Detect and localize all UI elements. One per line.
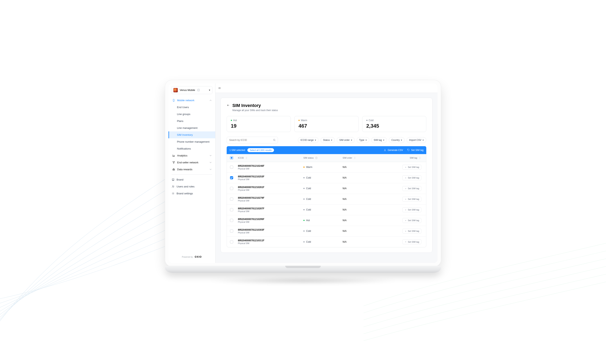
- laptop-shadow: [206, 277, 400, 284]
- collapse-sidebar-button[interactable]: [218, 87, 221, 90]
- nav-section-end-seller[interactable]: End-seller network: [168, 159, 215, 166]
- filter-type[interactable]: Type▾: [357, 137, 369, 143]
- status-dot-icon: [303, 209, 305, 210]
- row-checkbox[interactable]: [230, 197, 233, 201]
- filter-sim-tag[interactable]: SIM tag▾: [371, 137, 387, 143]
- sidebar-item-line-management[interactable]: Line management: [168, 125, 215, 131]
- sim-order: N/A: [341, 206, 380, 213]
- footer-item-brand-settings[interactable]: Brand settings: [168, 190, 215, 197]
- sim-order: N/A: [341, 228, 380, 234]
- filter-import-csv[interactable]: Import CSV▾: [407, 137, 426, 143]
- footer-item-brand[interactable]: Brand: [168, 176, 215, 183]
- row-checkbox[interactable]: [230, 166, 233, 169]
- svg-point-9: [173, 193, 174, 194]
- plus-icon: ＋: [405, 187, 407, 190]
- chevron-down-icon: ▾: [423, 139, 424, 142]
- brand-switcher[interactable]: Venus Mobile ▾: [171, 86, 212, 94]
- row-checkbox[interactable]: [230, 229, 233, 233]
- sim-type: Physical SIM: [238, 200, 300, 202]
- stat-value: 19: [231, 123, 287, 129]
- status-text: Cold: [306, 198, 311, 200]
- svg-point-8: [173, 186, 174, 186]
- status-text: Cold: [306, 230, 311, 233]
- nav-section-mobile-network[interactable]: Mobile network: [168, 97, 215, 104]
- footer-item-users-and-roles[interactable]: Users and roles: [168, 183, 215, 190]
- back-button[interactable]: [227, 104, 230, 107]
- svg-point-19: [316, 157, 316, 157]
- set-sim-tag-button[interactable]: ＋Set SIM tag: [402, 229, 421, 234]
- iccid-value: 8952040000781210279F: [238, 196, 300, 199]
- chevron-down-icon: ▾: [331, 139, 332, 142]
- status-dot-icon: [303, 198, 305, 200]
- open-icon: [197, 89, 200, 91]
- powered-by-brand: OXIO: [195, 256, 202, 258]
- stat-hot: Hot19: [227, 116, 291, 132]
- set-sim-tag-button[interactable]: ＋Set SIM tag: [402, 218, 421, 223]
- sim-order: N/A: [341, 164, 380, 170]
- sidebar-item-plans[interactable]: Plans: [168, 117, 215, 125]
- status-text: Hot: [306, 219, 310, 222]
- row-checkbox[interactable]: [230, 208, 233, 211]
- chevron-down-icon: ▾: [315, 139, 316, 142]
- sidebar: Venus Mobile ▾ Mobile network End UsersL…: [168, 83, 215, 263]
- chevron-down-icon: ▾: [383, 139, 384, 142]
- sim-type: Physical SIM: [238, 242, 300, 245]
- set-sim-tag-button[interactable]: ＋Set SIM tag: [402, 186, 421, 191]
- sidebar-item-sim-inventory[interactable]: SIM Inventory: [168, 131, 215, 138]
- chevron-down-icon: ▾: [351, 139, 352, 142]
- iccid-value: 8952040000781210287F: [238, 207, 300, 210]
- chevron-down-icon: [209, 168, 212, 171]
- nav-section-label: Analytics: [177, 154, 187, 157]
- set-sim-tag-button[interactable]: ＋Set SIM tag: [402, 165, 421, 170]
- col-tag[interactable]: SIM tag: [410, 157, 417, 159]
- search-field[interactable]: [227, 137, 278, 143]
- iccid-value: 8952040000781210253F: [238, 175, 300, 178]
- row-checkbox[interactable]: [230, 240, 233, 244]
- select-all-checkbox[interactable]: [230, 156, 233, 159]
- filter-status[interactable]: Status▾: [321, 137, 335, 143]
- primary-nav: Mobile network End UsersLine groupsPlans…: [168, 96, 215, 199]
- store-icon: [172, 178, 175, 181]
- col-iccid[interactable]: ICCID: [238, 157, 244, 159]
- powered-by: Powered by OXIO: [168, 252, 215, 263]
- set-sim-tag-button[interactable]: ＋Set SIM tag: [402, 207, 421, 212]
- nav-section-label: Mobile network: [177, 99, 194, 102]
- sort-icon: [353, 156, 356, 159]
- sim-type: Physical SIM: [238, 178, 300, 181]
- sim-order: N/A: [341, 217, 380, 224]
- filter-sim-order[interactable]: SIM order▾: [337, 137, 355, 143]
- sidebar-item-line-groups[interactable]: Line groups: [168, 111, 215, 117]
- sidebar-item-end-users[interactable]: End Users: [168, 104, 215, 111]
- info-icon[interactable]: [315, 156, 318, 159]
- row-checkbox[interactable]: [230, 176, 233, 179]
- row-checkbox[interactable]: [230, 219, 233, 222]
- iccid-value: 8952040000781210261F: [238, 186, 300, 189]
- powered-by-prefix: Powered by: [182, 256, 193, 258]
- nav-section-analytics[interactable]: Analytics: [168, 152, 215, 159]
- stat-value: 467: [298, 123, 354, 129]
- filter-country[interactable]: Country▾: [389, 137, 405, 143]
- plus-icon: ＋: [405, 230, 407, 233]
- network-icon: [172, 161, 175, 164]
- sidebar-item-phone-number-management[interactable]: Phone number management: [168, 138, 215, 145]
- bulk-action-set-sim-tag[interactable]: Set SIM tag: [407, 149, 424, 152]
- set-sim-tag-button[interactable]: ＋Set SIM tag: [402, 175, 421, 180]
- search-icon: [273, 139, 276, 142]
- set-sim-tag-button[interactable]: ＋Set SIM tag: [402, 239, 421, 244]
- col-order[interactable]: SIM order: [343, 157, 352, 159]
- nav-section-data-rewards[interactable]: Data rewards: [168, 166, 215, 173]
- filter-row: ICCID range▾Status▾SIM order▾Type▾SIM ta…: [227, 137, 426, 143]
- select-all-button[interactable]: Select all 2,831 results: [247, 148, 274, 152]
- bulk-action-generate-csv[interactable]: Generate CSV: [384, 149, 403, 152]
- sidebar-item-notifications[interactable]: Notifications: [168, 145, 215, 152]
- set-sim-tag-button[interactable]: ＋Set SIM tag: [402, 197, 421, 202]
- chevron-down-icon: [209, 154, 212, 157]
- brand-name: Venus Mobile: [180, 89, 195, 91]
- row-checkbox[interactable]: [230, 187, 233, 190]
- laptop-frame: Venus Mobile ▾ Mobile network End UsersL…: [165, 80, 441, 284]
- users-icon: [172, 185, 175, 188]
- status-text: Warm: [306, 166, 312, 169]
- plus-icon: ＋: [405, 208, 407, 211]
- filter-iccid-range[interactable]: ICCID range▾: [298, 137, 319, 143]
- search-input[interactable]: [229, 139, 273, 142]
